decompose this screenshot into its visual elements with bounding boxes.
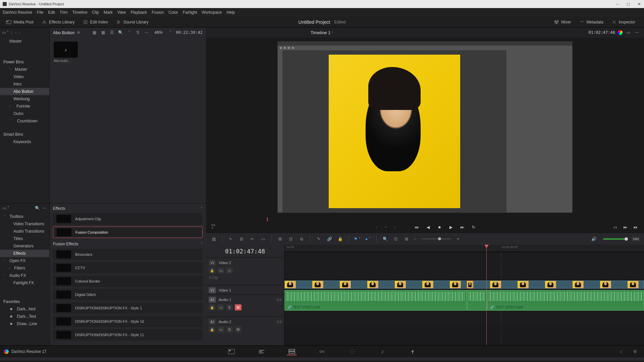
video-clip-selected[interactable] xyxy=(467,281,474,289)
track-head-v2[interactable]: V2Video 2 🔒▭◇ 0 Clip xyxy=(206,257,284,285)
menu-fusion[interactable]: Fusion xyxy=(152,10,164,15)
next-keyframe-icon[interactable]: › xyxy=(392,224,398,231)
track-head-a1[interactable]: A1Audio 12.0 🔒▭SM xyxy=(206,294,284,316)
play-button[interactable]: ▶ xyxy=(447,224,454,231)
scrub-marker[interactable] xyxy=(267,217,268,221)
fx-fusion-composition[interactable]: Fusion Composition xyxy=(53,227,203,238)
fx-effects[interactable]: Effects xyxy=(0,250,49,257)
track-a1-id[interactable]: A1 xyxy=(209,297,216,303)
lock-icon[interactable]: 🔒 xyxy=(209,304,215,310)
fx-filters[interactable]: › Filters xyxy=(0,264,49,272)
next-frame-button[interactable]: ⏭ xyxy=(459,224,466,231)
bin-fortnite[interactable]: › Fortnite xyxy=(0,103,49,110)
fx-binoculars[interactable]: Binoculars xyxy=(53,249,203,260)
bin-abo-button[interactable]: Abo Button xyxy=(0,88,49,95)
nav-fwd-icon[interactable]: › xyxy=(18,30,20,35)
zoom-fit-icon[interactable]: ⊡ xyxy=(392,235,399,243)
inspector-toggle[interactable]: Inspector xyxy=(609,18,638,26)
bin-master[interactable]: Master xyxy=(0,38,49,45)
track-enable-icon[interactable]: ▭ xyxy=(217,326,224,333)
zoom-slider[interactable] xyxy=(421,238,451,239)
match-frame-icon[interactable]: ▭ xyxy=(612,224,619,231)
fx-disruption-10[interactable]: DISRUPTION/DISRUPTION FX - Style 10 xyxy=(53,316,203,327)
close-button[interactable]: ✕ xyxy=(637,2,641,6)
viewer-scrubber[interactable] xyxy=(211,217,639,222)
fx-fairlight[interactable]: Fairlight FX xyxy=(0,279,49,287)
fav-1[interactable]: ★ Dark...hird xyxy=(0,305,49,313)
viewer-options-icon[interactable]: ⋯ xyxy=(634,29,640,36)
fx-section-effects[interactable]: Effects˄ xyxy=(50,203,206,212)
edit-page[interactable] xyxy=(287,348,297,355)
track-a2-id[interactable]: A2 xyxy=(209,319,216,325)
first-frame-button[interactable]: ⏮ xyxy=(413,224,420,231)
track-marker-icon[interactable]: ◇ xyxy=(226,267,233,274)
menu-workspace[interactable]: Workspace xyxy=(202,10,222,15)
menu-trim[interactable]: Trim xyxy=(60,10,68,15)
metadata-toggle[interactable]: Metadata xyxy=(577,18,606,26)
track-area[interactable]: 14:00 01:02:48:00 xyxy=(284,245,644,345)
view-list-icon[interactable]: ☰ xyxy=(109,29,115,36)
lock-icon[interactable]: 🔒 xyxy=(336,235,344,243)
fairlight-page[interactable]: ♪ xyxy=(377,348,387,355)
link-icon[interactable]: 🔗 xyxy=(326,235,333,243)
timeline-timecode[interactable]: 01:02:47:48 xyxy=(206,245,284,257)
menu-timeline[interactable]: Timeline xyxy=(72,10,87,15)
home-button[interactable]: ⌂ xyxy=(616,348,626,355)
zoom-search-icon[interactable]: 🔍 xyxy=(381,235,389,243)
menu-clip[interactable]: Clip xyxy=(92,10,99,15)
track-v2[interactable] xyxy=(284,252,644,280)
marker-icon[interactable]: ● ˅ xyxy=(364,235,372,243)
power-bins-header[interactable]: Power Bins xyxy=(0,57,49,66)
volume-slider[interactable] xyxy=(603,238,627,240)
trim-tool[interactable]: ⊟ xyxy=(238,235,245,243)
fx-titles[interactable]: Titles xyxy=(0,235,49,242)
track-enable-icon[interactable]: ▭ xyxy=(217,267,224,274)
search-icon[interactable]: 🔍 xyxy=(35,206,40,210)
dim-button[interactable]: DIM xyxy=(632,237,640,241)
next-edit-icon[interactable]: ⏭ xyxy=(622,224,629,231)
dynamic-trim-icon[interactable]: ✎ xyxy=(315,235,322,243)
settings-button[interactable]: ⚙ xyxy=(630,348,640,355)
menu-help[interactable]: Help xyxy=(226,10,235,15)
openfx-header[interactable]: ˅ Open FX xyxy=(0,257,49,264)
viewer-mode-icon[interactable]: ▭ ˅ xyxy=(211,224,218,231)
sound-library-toggle[interactable]: Sound Library xyxy=(113,18,151,26)
color-wheel-icon[interactable] xyxy=(618,30,623,35)
cut-page[interactable] xyxy=(257,348,267,355)
audio-clip-small[interactable] xyxy=(467,290,487,311)
flag-icon[interactable]: ⚑ ˅ xyxy=(354,235,361,243)
smart-bins-header[interactable]: Smart Bins xyxy=(0,129,49,138)
fusion-page[interactable] xyxy=(317,348,327,355)
bin-power-master[interactable]: ˅ Master xyxy=(0,66,49,73)
mixer-toggle[interactable]: Mixer xyxy=(551,18,574,26)
fx-adjustment-clip[interactable]: Adjustment Clip xyxy=(53,213,203,225)
timeline-view-icon[interactable]: ▤ xyxy=(210,235,217,243)
bin-werbung[interactable]: Werbung xyxy=(0,95,49,103)
solo-button[interactable]: S xyxy=(226,304,233,310)
toolbox-header[interactable]: ˅ Toolbox xyxy=(0,213,49,220)
track-head-a2[interactable]: A2Audio 22.0 🔒▭SM xyxy=(206,316,284,330)
track-head-v1[interactable]: V1Video 1 xyxy=(206,285,284,294)
video-clip-2[interactable] xyxy=(474,281,644,289)
color-page[interactable] xyxy=(347,348,357,355)
viewer-canvas[interactable] xyxy=(206,38,644,217)
single-viewer-icon[interactable]: ▭ xyxy=(625,29,631,36)
prev-keyframe-icon[interactable]: ‹ xyxy=(373,224,380,231)
effects-library-toggle[interactable]: Effects Library xyxy=(39,18,77,26)
solo-button[interactable]: S xyxy=(226,326,233,333)
viewer-timecode[interactable]: 01:02:47:48 xyxy=(589,30,615,35)
more-icon[interactable]: ⋯ xyxy=(43,206,47,210)
minimize-button[interactable]: ─ xyxy=(615,2,620,6)
audio-clip-1[interactable]: 🔗TEST VIDEO.mp4 xyxy=(284,290,467,311)
timeline-ruler[interactable]: 14:00 01:02:48:00 xyxy=(284,245,644,252)
mute-button[interactable]: M xyxy=(235,326,241,333)
menu-file[interactable]: File xyxy=(37,10,43,15)
audiofx-header[interactable]: ˅ Audio FX xyxy=(0,272,49,279)
chevron-down-icon[interactable]: ˅ xyxy=(126,29,132,36)
media-page[interactable] xyxy=(226,348,236,355)
favorites-header[interactable]: Favorites xyxy=(0,297,49,305)
audio-clip-2[interactable]: 🔗TEST VIDEO.mp4 xyxy=(487,290,644,311)
fx-options-icon[interactable]: ▭ ˅ xyxy=(3,206,9,210)
stop-button[interactable]: ■ xyxy=(436,224,443,231)
lock-icon[interactable]: 🔒 xyxy=(209,267,215,274)
